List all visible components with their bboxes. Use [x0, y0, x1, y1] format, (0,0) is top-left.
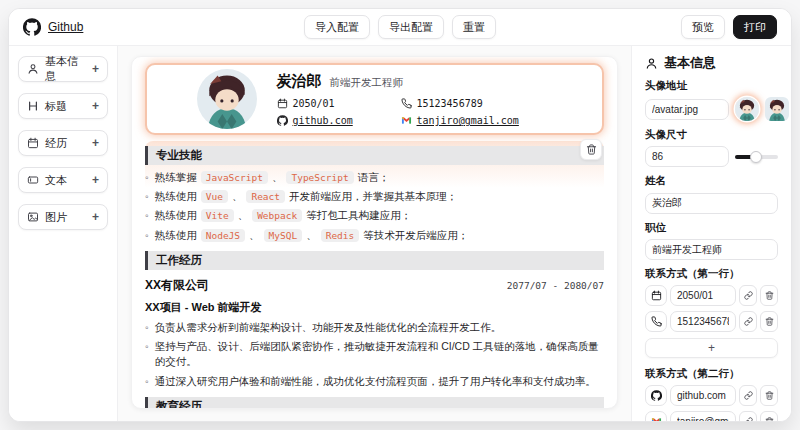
- education-section[interactable]: 教育经历 XX大学 - 软件工程 2073/07 - 2077/07: [145, 397, 604, 409]
- bullet-text: 、: [272, 171, 283, 183]
- delete-section-button[interactable]: [580, 139, 602, 160]
- contact-row2-label: 联系方式（第二行）: [645, 367, 778, 381]
- code-chip: JavaScript: [201, 171, 268, 184]
- bullet-marker: ◦: [145, 320, 149, 335]
- sidebar-item-text[interactable]: 文本 +: [18, 167, 108, 193]
- editor-canvas: 炭治郎 前端开发工程师 2050/01 15123456789 github.c…: [118, 46, 631, 421]
- link-button[interactable]: [739, 385, 757, 406]
- bullet-text: 通过深入研究用户体验和前端性能，成功优化支付流程页面，提升了用户转化率和支付成功…: [155, 374, 596, 389]
- bullet-text: 熟练使用: [155, 209, 197, 221]
- import-config-button[interactable]: 导入配置: [304, 15, 370, 39]
- list-item: ◦通过深入研究用户体验和前端性能，成功优化支付流程页面，提升了用户转化率和支付成…: [145, 374, 604, 389]
- delete-button[interactable]: [760, 311, 778, 332]
- contact-value-input[interactable]: [670, 311, 736, 332]
- slider-thumb[interactable]: [750, 151, 762, 163]
- bullet-text: 负责从需求分析到前端架构设计、功能开发及性能优化的全流程开发工作。: [155, 320, 502, 335]
- link-button[interactable]: [739, 311, 757, 332]
- config-actions: 导入配置 导出配置 重置: [304, 15, 496, 39]
- sidebar-item-image[interactable]: 图片 +: [18, 204, 108, 230]
- sidebar-item-experience[interactable]: 经历 +: [18, 130, 108, 156]
- contact-row: [645, 285, 778, 306]
- contact-rows-2: [645, 385, 778, 421]
- contact-type-button[interactable]: [645, 385, 667, 406]
- add-contact-button[interactable]: +: [645, 338, 778, 358]
- contact-type-button[interactable]: [645, 285, 667, 306]
- bullet-marker: ◦: [145, 208, 149, 223]
- phone-icon: [401, 98, 412, 109]
- resume-header-block[interactable]: 炭治郎 前端开发工程师 2050/01 15123456789 github.c…: [145, 63, 604, 135]
- delete-button[interactable]: [760, 285, 778, 306]
- sidebar-item-label: 经历: [45, 136, 86, 151]
- avatar-url-input[interactable]: [645, 99, 729, 120]
- list-item: ◦熟练使用NodeJS、MySQL、Redis等技术开发后端应用；: [145, 228, 604, 243]
- avatar-size-slider[interactable]: [735, 146, 778, 167]
- avatar-thumb-square[interactable]: [765, 97, 789, 121]
- project-title: XX项目 - Web 前端开发: [145, 300, 604, 315]
- brand-link[interactable]: Github: [48, 20, 83, 34]
- export-config-button[interactable]: 导出配置: [378, 15, 444, 39]
- link-button[interactable]: [739, 411, 757, 421]
- plus-icon: +: [92, 210, 99, 224]
- skills-section[interactable]: 专业技能 ◦熟练掌握JavaScript、TypeScript语言；◦熟练使用V…: [145, 141, 604, 243]
- bullet-text: 等技术开发后端应用；: [363, 229, 468, 241]
- panel-title: 基本信息: [645, 54, 778, 72]
- plus-icon: +: [92, 136, 99, 150]
- trash-icon: [765, 391, 774, 400]
- delete-button[interactable]: [760, 411, 778, 421]
- contact-text[interactable]: github.com: [293, 115, 353, 126]
- user-icon: [645, 57, 658, 70]
- contact-row: [645, 385, 778, 406]
- github-logo-icon: [23, 18, 41, 36]
- contact-text[interactable]: tanjiro@gmail.com: [417, 115, 519, 126]
- gmail-icon: [401, 115, 412, 126]
- avatar-thumb-selected[interactable]: [735, 97, 759, 121]
- contact-type-button[interactable]: [645, 411, 667, 421]
- list-item: ◦坚持与产品、设计、后端团队紧密协作，推动敏捷开发流程和 CI/CD 工具链的落…: [145, 339, 604, 369]
- section-heading: 工作经历: [145, 251, 604, 270]
- code-chip: Vite: [201, 209, 234, 222]
- contact-type-button[interactable]: [645, 311, 667, 332]
- sidebar-item-heading[interactable]: 标题 +: [18, 93, 108, 119]
- preview-button[interactable]: 预览: [681, 15, 725, 39]
- link-icon: [744, 291, 753, 300]
- contact-item[interactable]: tanjiro@gmail.com: [401, 115, 553, 126]
- list-item: ◦负责从需求分析到前端架构设计、功能开发及性能优化的全流程开发工作。: [145, 320, 604, 335]
- bullet-marker: ◦: [145, 189, 149, 204]
- bullet-text: 、: [232, 190, 243, 202]
- link-button[interactable]: [739, 285, 757, 306]
- reset-button[interactable]: 重置: [452, 15, 496, 39]
- contact-text: 2050/01: [293, 98, 335, 109]
- image-icon: [27, 211, 39, 223]
- job-title-label: 职位: [645, 221, 778, 235]
- brand[interactable]: Github: [23, 18, 83, 36]
- contact-item[interactable]: github.com: [277, 115, 395, 126]
- calendar-icon: [27, 137, 39, 149]
- contact-value-input[interactable]: [670, 385, 736, 406]
- print-button[interactable]: 打印: [733, 15, 777, 39]
- name-input[interactable]: [645, 193, 778, 214]
- resume-name: 炭治郎: [277, 72, 322, 91]
- section-heading-text: 专业技能: [156, 148, 202, 163]
- sidebar-item-basic-info[interactable]: 基本信息 +: [18, 56, 108, 82]
- company-name: XX有限公司: [145, 277, 209, 294]
- name-label: 姓名: [645, 174, 778, 188]
- contact-item: 15123456789: [401, 98, 553, 109]
- code-chip: Webpack: [252, 209, 302, 222]
- skills-list: ◦熟练掌握JavaScript、TypeScript语言；◦熟练使用Vue、Re…: [145, 170, 604, 243]
- main-area: 基本信息 + 标题 + 经历 + 文本 + 图片 +: [9, 46, 791, 421]
- delete-button[interactable]: [760, 385, 778, 406]
- contact-grid: 2050/01 15123456789 github.com tanjiro@g…: [277, 98, 553, 126]
- bullet-text: 等打包工具构建应用；: [306, 209, 411, 221]
- avatar-size-input[interactable]: [645, 146, 729, 167]
- plus-icon: +: [92, 99, 99, 113]
- section-heading-text: 教育经历: [156, 399, 202, 409]
- contact-value-input[interactable]: [670, 285, 736, 306]
- work-section[interactable]: 工作经历 XX有限公司 2077/07 - 2080/07 XX项目 - Web…: [145, 251, 604, 389]
- code-chip: MySQL: [264, 229, 303, 242]
- contact-value-input[interactable]: [670, 411, 736, 421]
- sidebar-item-label: 图片: [45, 210, 86, 225]
- work-period: 2077/07 - 2080/07: [507, 280, 604, 291]
- plus-icon: +: [92, 173, 99, 187]
- job-title-input[interactable]: [645, 239, 778, 260]
- panel-title-text: 基本信息: [664, 54, 716, 72]
